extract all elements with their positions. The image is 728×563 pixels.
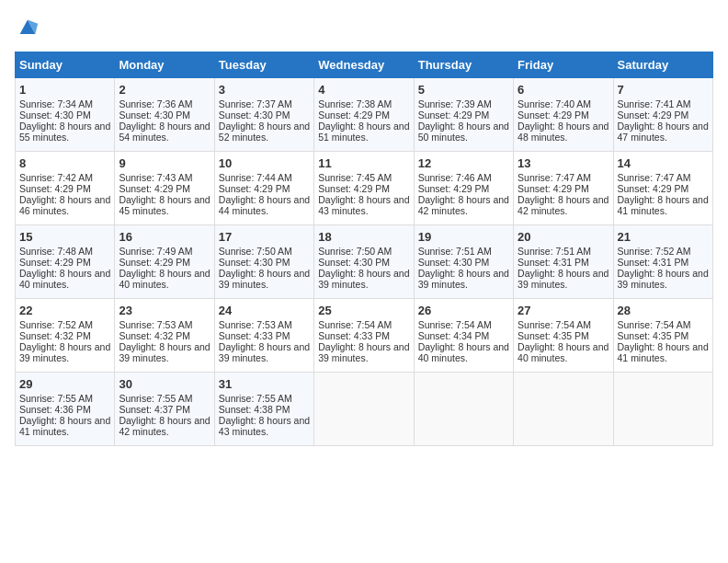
daylight-text: Daylight: 8 hours and 39 minutes. — [219, 268, 310, 290]
sunrise-text: Sunrise: 7:54 AM — [518, 319, 591, 330]
sunrise-text: Sunrise: 7:51 AM — [518, 246, 591, 257]
sunrise-text: Sunrise: 7:53 AM — [219, 319, 292, 330]
daylight-text: Daylight: 8 hours and 43 minutes. — [318, 194, 409, 216]
daylight-text: Daylight: 8 hours and 39 minutes. — [19, 341, 110, 363]
sunrise-text: Sunrise: 7:40 AM — [518, 98, 591, 109]
sunset-text: Sunset: 4:29 PM — [119, 183, 190, 194]
day-number: 2 — [119, 83, 210, 97]
daylight-text: Daylight: 8 hours and 39 minutes. — [618, 268, 709, 290]
day-number: 4 — [318, 83, 409, 97]
calendar-day-9: 9Sunrise: 7:43 AMSunset: 4:29 PMDaylight… — [115, 152, 214, 225]
calendar-week-3: 15Sunrise: 7:48 AMSunset: 4:29 PMDayligh… — [16, 225, 713, 299]
daylight-text: Daylight: 8 hours and 54 minutes. — [119, 121, 210, 143]
calendar-day-16: 16Sunrise: 7:49 AMSunset: 4:29 PMDayligh… — [115, 225, 214, 299]
day-number: 26 — [418, 304, 509, 317]
calendar-day-11: 11Sunrise: 7:45 AMSunset: 4:29 PMDayligh… — [314, 152, 414, 225]
daylight-text: Daylight: 8 hours and 42 minutes. — [518, 194, 609, 216]
calendar-day-15: 15Sunrise: 7:48 AMSunset: 4:29 PMDayligh… — [16, 225, 115, 299]
daylight-text: Daylight: 8 hours and 51 minutes. — [318, 121, 409, 143]
daylight-text: Daylight: 8 hours and 42 minutes. — [119, 415, 210, 437]
day-number: 31 — [219, 377, 310, 391]
calendar-day-2: 2Sunrise: 7:36 AMSunset: 4:30 PMDaylight… — [115, 78, 214, 152]
sunrise-text: Sunrise: 7:51 AM — [418, 246, 492, 257]
day-header-sunday: Sunday — [16, 52, 115, 78]
daylight-text: Daylight: 8 hours and 43 minutes. — [219, 415, 310, 437]
day-number: 22 — [19, 304, 110, 317]
daylight-text: Daylight: 8 hours and 41 minutes. — [19, 415, 110, 437]
sunset-text: Sunset: 4:29 PM — [618, 183, 689, 194]
daylight-text: Daylight: 8 hours and 39 minutes. — [219, 341, 310, 363]
calendar-week-4: 22Sunrise: 7:52 AMSunset: 4:32 PMDayligh… — [16, 299, 713, 373]
day-number: 23 — [119, 304, 210, 317]
sunrise-text: Sunrise: 7:55 AM — [219, 393, 292, 404]
daylight-text: Daylight: 8 hours and 39 minutes. — [318, 268, 409, 290]
sunrise-text: Sunrise: 7:55 AM — [119, 393, 192, 404]
daylight-text: Daylight: 8 hours and 40 minutes. — [418, 341, 509, 363]
sunset-text: Sunset: 4:29 PM — [318, 183, 390, 194]
sunrise-text: Sunrise: 7:52 AM — [618, 246, 691, 257]
daylight-text: Daylight: 8 hours and 52 minutes. — [219, 121, 310, 143]
calendar-day-21: 21Sunrise: 7:52 AMSunset: 4:31 PMDayligh… — [613, 225, 712, 299]
calendar-day-17: 17Sunrise: 7:50 AMSunset: 4:30 PMDayligh… — [214, 225, 313, 299]
daylight-text: Daylight: 8 hours and 50 minutes. — [418, 121, 509, 143]
sunset-text: Sunset: 4:32 PM — [119, 330, 190, 341]
day-header-thursday: Thursday — [414, 52, 513, 78]
day-number: 11 — [318, 156, 409, 170]
calendar-day-7: 7Sunrise: 7:41 AMSunset: 4:29 PMDaylight… — [613, 78, 712, 152]
sunrise-text: Sunrise: 7:41 AM — [618, 98, 691, 109]
day-number: 24 — [219, 304, 310, 317]
sunset-text: Sunset: 4:29 PM — [19, 257, 91, 268]
sunrise-text: Sunrise: 7:45 AM — [318, 172, 392, 183]
calendar-day-19: 19Sunrise: 7:51 AMSunset: 4:30 PMDayligh… — [414, 225, 513, 299]
calendar-week-2: 8Sunrise: 7:42 AMSunset: 4:29 PMDaylight… — [16, 152, 713, 225]
sunrise-text: Sunrise: 7:54 AM — [318, 319, 392, 330]
daylight-text: Daylight: 8 hours and 44 minutes. — [219, 194, 310, 216]
calendar-day-12: 12Sunrise: 7:46 AMSunset: 4:29 PMDayligh… — [414, 152, 513, 225]
calendar-day-23: 23Sunrise: 7:53 AMSunset: 4:32 PMDayligh… — [115, 299, 214, 373]
day-number: 10 — [219, 156, 310, 170]
calendar-body: 1Sunrise: 7:34 AMSunset: 4:30 PMDaylight… — [16, 78, 713, 446]
day-number: 7 — [618, 83, 709, 97]
calendar-day-20: 20Sunrise: 7:51 AMSunset: 4:31 PMDayligh… — [514, 225, 613, 299]
sunset-text: Sunset: 4:37 PM — [119, 404, 190, 415]
sunrise-text: Sunrise: 7:36 AM — [119, 98, 192, 109]
calendar-day-30: 30Sunrise: 7:55 AMSunset: 4:37 PMDayligh… — [115, 373, 214, 446]
sunrise-text: Sunrise: 7:38 AM — [318, 98, 392, 109]
sunrise-text: Sunrise: 7:49 AM — [119, 246, 192, 257]
sunset-text: Sunset: 4:29 PM — [418, 183, 490, 194]
calendar-table: SundayMondayTuesdayWednesdayThursdayFrid… — [15, 52, 713, 446]
logo-icon — [15, 15, 40, 40]
sunset-text: Sunset: 4:30 PM — [219, 109, 290, 121]
sunset-text: Sunset: 4:29 PM — [418, 109, 490, 121]
sunset-text: Sunset: 4:31 PM — [618, 257, 689, 268]
sunset-text: Sunset: 4:31 PM — [518, 257, 589, 268]
logo — [15, 15, 44, 40]
sunrise-text: Sunrise: 7:48 AM — [19, 246, 93, 257]
sunrise-text: Sunrise: 7:39 AM — [418, 98, 492, 109]
day-number: 13 — [518, 156, 609, 170]
daylight-text: Daylight: 8 hours and 46 minutes. — [19, 194, 110, 216]
daylight-text: Daylight: 8 hours and 42 minutes. — [418, 194, 509, 216]
sunset-text: Sunset: 4:33 PM — [219, 330, 290, 341]
sunset-text: Sunset: 4:29 PM — [618, 109, 689, 121]
sunrise-text: Sunrise: 7:47 AM — [618, 172, 691, 183]
day-number: 21 — [618, 230, 709, 244]
calendar-day-8: 8Sunrise: 7:42 AMSunset: 4:29 PMDaylight… — [16, 152, 115, 225]
calendar-week-1: 1Sunrise: 7:34 AMSunset: 4:30 PMDaylight… — [16, 78, 713, 152]
sunset-text: Sunset: 4:35 PM — [618, 330, 689, 341]
day-number: 20 — [518, 230, 609, 244]
day-number: 28 — [618, 304, 709, 317]
daylight-text: Daylight: 8 hours and 55 minutes. — [19, 121, 110, 143]
calendar-day-22: 22Sunrise: 7:52 AMSunset: 4:32 PMDayligh… — [16, 299, 115, 373]
daylight-text: Daylight: 8 hours and 39 minutes. — [518, 268, 609, 290]
sunset-text: Sunset: 4:34 PM — [418, 330, 490, 341]
sunrise-text: Sunrise: 7:52 AM — [19, 319, 93, 330]
sunrise-text: Sunrise: 7:50 AM — [219, 246, 292, 257]
sunrise-text: Sunrise: 7:55 AM — [19, 393, 93, 404]
sunset-text: Sunset: 4:29 PM — [518, 183, 589, 194]
sunset-text: Sunset: 4:32 PM — [19, 330, 91, 341]
empty-cell — [514, 373, 613, 446]
daylight-text: Daylight: 8 hours and 40 minutes. — [518, 341, 609, 363]
sunrise-text: Sunrise: 7:37 AM — [219, 98, 292, 109]
daylight-text: Daylight: 8 hours and 45 minutes. — [119, 194, 210, 216]
